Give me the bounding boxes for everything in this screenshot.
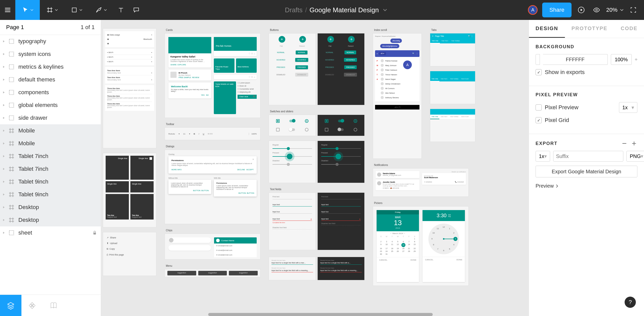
group-icon	[8, 102, 15, 108]
expand-icon	[630, 6, 637, 14]
layer-row[interactable]: global elements	[0, 99, 101, 112]
export-preview-toggle[interactable]: Preview	[536, 183, 637, 189]
pixel-grid-label: Pixel Grid	[545, 117, 569, 124]
svg-rect-11	[93, 233, 96, 235]
layer-label: default themes	[18, 76, 55, 83]
zoom-control[interactable]: 20%	[604, 7, 626, 13]
frame-icon	[8, 217, 15, 223]
layer-row[interactable]: Tablet 9inch	[0, 188, 101, 201]
canvas[interactable]: ◉ Data usage▪ ◉ Bluetooth ◉ ▪ Wi-Fi▪ ▪ W…	[101, 20, 529, 316]
tab-prototype[interactable]: PROTOTYPE	[565, 20, 614, 38]
library-tab[interactable]	[43, 295, 64, 316]
document-title[interactable]: Drafts / Google Material Design	[144, 6, 528, 14]
frame-icon	[46, 6, 53, 14]
chevron-down-icon	[620, 8, 624, 12]
export-button[interactable]: Export Google Material Design	[536, 166, 637, 177]
plus-icon[interactable]	[631, 140, 637, 147]
tab-code[interactable]: CODE	[614, 20, 644, 38]
frame-icon	[8, 191, 15, 198]
view-settings-button[interactable]	[589, 0, 604, 20]
help-button[interactable]: ?	[625, 297, 636, 308]
layer-row[interactable]: default themes	[0, 73, 101, 86]
canvas-scrollbar[interactable]	[208, 313, 433, 316]
text-icon	[117, 6, 125, 14]
cursor-icon	[22, 6, 29, 14]
present-button[interactable]	[574, 0, 589, 20]
frame-icon	[8, 166, 15, 172]
export-suffix-input[interactable]	[553, 151, 623, 162]
layer-row[interactable]: Desktop	[0, 201, 101, 214]
expand-panel-button[interactable]	[626, 0, 641, 20]
layer-label: Tablet 7inch	[18, 166, 48, 172]
show-in-exports-checkbox[interactable]	[536, 69, 542, 75]
layer-label: Tablet 9inch	[18, 191, 48, 198]
layer-label: system icons	[18, 51, 51, 57]
chevron-down-icon	[383, 8, 387, 12]
layer-row[interactable]: Tablet 7inch	[0, 150, 101, 163]
group-icon	[8, 89, 15, 96]
square-icon	[71, 6, 78, 14]
layer-label: Mobile	[18, 127, 35, 134]
pixel-preview-checkbox[interactable]	[536, 104, 542, 111]
play-icon	[578, 6, 585, 14]
export-scale-select[interactable]: 1x▾	[536, 151, 550, 162]
section-title: EXPORT	[536, 141, 618, 146]
layer-row[interactable]: Mobile	[0, 124, 101, 137]
pixel-grid-checkbox[interactable]	[536, 117, 542, 123]
layer-row[interactable]: Tablet 7inch	[0, 163, 101, 175]
shape-tool-button[interactable]	[64, 0, 89, 20]
text-tool-button[interactable]	[113, 0, 129, 20]
layer-row[interactable]: Tablet 9inch	[0, 175, 101, 188]
layer-row[interactable]: system icons	[0, 48, 101, 60]
components-icon	[28, 301, 36, 310]
svg-rect-9	[9, 116, 14, 120]
section-title: PIXEL PREVIEW	[536, 92, 637, 98]
layer-row[interactable]: sheet	[0, 226, 101, 239]
layer-label: metrics & keylines	[18, 64, 64, 70]
avatar[interactable]: A	[528, 5, 538, 15]
hamburger-menu-button[interactable]	[0, 0, 15, 20]
chevron-right-icon	[555, 184, 559, 188]
page-selector[interactable]: Page 1 1 of 1	[0, 20, 101, 35]
comment-tool-button[interactable]	[129, 0, 144, 20]
export-format-select[interactable]: PNG▾	[626, 151, 644, 162]
layer-row[interactable]: typography	[0, 35, 101, 48]
layer-row[interactable]: side drawer	[0, 112, 101, 124]
frame-icon	[8, 178, 15, 185]
layers-panel: Page 1 1 of 1 typographysystem iconsmetr…	[0, 20, 101, 316]
svg-rect-3	[9, 39, 14, 43]
group-icon	[8, 51, 15, 57]
document-name: Google Material Design	[309, 6, 379, 14]
tab-design[interactable]: DESIGN	[529, 20, 565, 38]
layer-label: components	[18, 89, 49, 96]
frame-icon	[8, 153, 15, 160]
layer-row[interactable]: components	[0, 86, 101, 99]
layer-label: sheet	[18, 229, 32, 236]
svg-rect-7	[9, 90, 14, 94]
layer-label: Desktop	[18, 217, 39, 223]
lock-icon	[92, 230, 97, 235]
export-section: EXPORT 1x▾ PNG▾ Export Google Material D…	[529, 134, 644, 195]
minus-icon[interactable]	[621, 140, 628, 147]
layer-label: typography	[18, 38, 46, 45]
layer-row[interactable]: Desktop	[0, 214, 101, 226]
layer-row[interactable]: Mobile	[0, 137, 101, 150]
layer-label: side drawer	[18, 115, 47, 121]
share-button[interactable]: Share	[542, 3, 572, 17]
pen-tool-button[interactable]	[89, 0, 113, 20]
inspector-tabs: DESIGN PROTOTYPE CODE	[529, 20, 644, 38]
frame-tool-button[interactable]	[40, 0, 64, 20]
left-panel-tabs	[0, 295, 101, 316]
opacity-input[interactable]	[611, 54, 632, 65]
move-tool-button[interactable]	[15, 0, 40, 20]
layer-row[interactable]: metrics & keylines	[0, 60, 101, 73]
page-name: Page 1	[6, 24, 24, 31]
hex-input[interactable]	[543, 54, 608, 65]
svg-point-2	[596, 9, 597, 11]
components-tab[interactable]	[21, 295, 43, 316]
eye-icon[interactable]	[635, 56, 637, 63]
color-swatch[interactable]	[536, 54, 540, 65]
svg-rect-8	[9, 103, 14, 107]
pixel-preview-scale-select[interactable]: 1x▾	[619, 102, 637, 113]
layers-tab[interactable]	[0, 295, 21, 316]
